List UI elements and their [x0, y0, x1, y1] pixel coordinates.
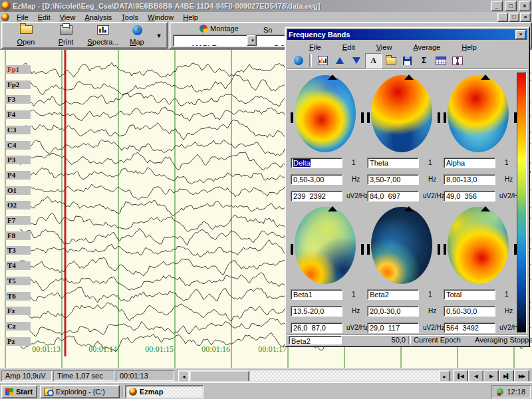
- map-button[interactable]: Map: [122, 24, 152, 47]
- tray-app-icon[interactable]: [497, 388, 503, 395]
- nose-marker: [404, 206, 414, 211]
- band-power-field[interactable]: 29,0 117: [367, 323, 419, 333]
- toolbar-separator: [309, 54, 312, 67]
- band-power-field[interactable]: 239 2392: [291, 191, 342, 201]
- band-range-field[interactable]: 20,0-30,0: [367, 306, 419, 317]
- open-button[interactable]: Open: [6, 24, 46, 47]
- window-title: EzMap - [D:\Nicolet\Eeg_Csa\DATA\9E6BB6B…: [13, 2, 489, 10]
- spectra-icon: [97, 25, 109, 35]
- menu-help[interactable]: Help: [178, 13, 203, 22]
- dialog-menu-average[interactable]: Average: [408, 43, 445, 52]
- channel-label-t4[interactable]: T4: [5, 261, 31, 270]
- band-range-field[interactable]: 8,00-13,0: [444, 174, 495, 185]
- dialog-menu-file[interactable]: File: [305, 43, 326, 52]
- close-button[interactable]: ×: [519, 1, 531, 11]
- print-button[interactable]: Print: [46, 24, 86, 47]
- menu-view[interactable]: View: [55, 13, 80, 22]
- next-page-button[interactable]: ▶: [483, 370, 499, 383]
- mdi-restore-button[interactable]: □: [509, 13, 519, 22]
- map-dropdown-button[interactable]: ▾: [154, 24, 164, 47]
- restore-button[interactable]: □: [505, 1, 517, 11]
- hz-label: Hz: [428, 176, 436, 183]
- prev-page-button[interactable]: ◀: [468, 370, 483, 383]
- channel-label-fz[interactable]: Fz: [5, 307, 31, 315]
- band-range-field[interactable]: 13,5-20,0: [291, 306, 342, 317]
- current-band-field[interactable]: Beta2: [289, 336, 342, 344]
- averaging-status-label: Averaging Stopped: [475, 336, 532, 344]
- mdi-close-button[interactable]: ×: [520, 13, 531, 22]
- band-name-field[interactable]: Beta2: [367, 289, 419, 300]
- spectra-button[interactable]: Spectra...: [83, 24, 123, 47]
- menu-analysis[interactable]: Analysis: [80, 13, 116, 22]
- first-page-button[interactable]: ▌◀: [453, 370, 468, 383]
- channel-label-t5[interactable]: T5: [5, 277, 31, 285]
- band-histogram-button[interactable]: [315, 54, 331, 68]
- map-view-button[interactable]: [291, 54, 306, 68]
- ear-marker: [361, 112, 364, 123]
- montage-combobox[interactable]: MAPLE ▼: [173, 35, 259, 47]
- band-column-theta: Theta1 3,50-7,00Hz 84,0 697uV2/Hz: [366, 71, 442, 204]
- menu-tools[interactable]: Tools: [116, 13, 143, 22]
- task-exploring[interactable]: Exploring - (C:): [40, 385, 120, 398]
- start-button[interactable]: Start: [1, 385, 37, 398]
- channel-label-p4[interactable]: P4: [5, 171, 31, 180]
- dialog-menu-help[interactable]: Help: [457, 43, 481, 52]
- last-page-button[interactable]: ▶▌: [499, 370, 514, 383]
- band-power-field[interactable]: 49,0 356: [444, 191, 495, 201]
- mdi-minimize-button[interactable]: _: [497, 13, 508, 22]
- power-unit-label: uV2/Hz: [346, 324, 368, 331]
- channel-label-o1[interactable]: O1: [5, 186, 31, 195]
- channel-label-f3[interactable]: F3: [5, 95, 31, 104]
- menu-edit[interactable]: Edit: [33, 13, 55, 22]
- channel-label-c4[interactable]: C4: [5, 141, 31, 150]
- channel-label-p3[interactable]: P3: [5, 156, 31, 164]
- dialog-save-button[interactable]: [400, 54, 415, 68]
- topomap-beta1: [295, 207, 356, 284]
- scroll-right-button[interactable]: ►: [439, 370, 450, 382]
- open-folder-icon: [386, 57, 396, 65]
- band-power-field[interactable]: 564 3492: [444, 323, 495, 333]
- channel-label-fp1[interactable]: Fp1: [5, 65, 31, 74]
- scrollbar-thumb[interactable]: [190, 370, 249, 382]
- band-range-field[interactable]: 0,50-3,00: [291, 174, 342, 185]
- channel-label-fp2[interactable]: Fp2: [5, 80, 31, 89]
- channel-label-t6[interactable]: T6: [5, 292, 31, 301]
- taskbar-clock: 12:18: [507, 388, 525, 396]
- sum-button[interactable]: Σ: [416, 54, 432, 68]
- taskbar-divider: [122, 386, 124, 398]
- channel-label-o2[interactable]: O2: [5, 201, 31, 209]
- menu-window[interactable]: Window: [143, 13, 178, 22]
- mdi-document-icon[interactable]: [1, 13, 9, 21]
- nose-marker: [481, 74, 490, 80]
- minimize-button[interactable]: _: [491, 1, 503, 11]
- channel-label-f7[interactable]: F7: [5, 216, 31, 225]
- menu-file[interactable]: File: [12, 13, 33, 22]
- band-range-field[interactable]: 0,50-30,0: [444, 306, 495, 317]
- dialog-open-button[interactable]: [383, 54, 398, 68]
- band-power-field[interactable]: 26,0 87,0: [291, 323, 342, 333]
- band-name-field[interactable]: Alpha: [444, 158, 495, 168]
- labels-toggle-button[interactable]: A: [365, 53, 382, 68]
- dialog-close-button[interactable]: ×: [515, 30, 526, 39]
- table-button[interactable]: [433, 54, 448, 68]
- band-name-field[interactable]: Beta1: [291, 289, 342, 300]
- band-name-field[interactable]: Delta: [291, 158, 342, 168]
- channel-label-cz[interactable]: Cz: [5, 322, 31, 331]
- letter-a-icon: A: [370, 57, 376, 65]
- band-range-field[interactable]: 3,50-7,00: [367, 174, 419, 185]
- dialog-menu-edit[interactable]: Edit: [338, 43, 360, 52]
- channel-label-c3[interactable]: C3: [5, 126, 31, 134]
- channel-label-f8[interactable]: F8: [5, 231, 31, 240]
- band-power-field[interactable]: 84,0 697: [367, 191, 419, 201]
- band-name-field[interactable]: Total: [444, 289, 495, 300]
- scale-up-button[interactable]: [332, 54, 347, 68]
- channel-label-t3[interactable]: T3: [5, 246, 31, 255]
- band-name-field[interactable]: Theta: [367, 158, 419, 168]
- task-ezmap[interactable]: Ezmap: [125, 385, 203, 398]
- scale-down-button[interactable]: [348, 54, 364, 68]
- plot-button[interactable]: [450, 54, 465, 68]
- dialog-menu-view[interactable]: View: [372, 43, 397, 52]
- channel-label-f4[interactable]: F4: [5, 110, 31, 119]
- goto-end-button[interactable]: ▶▶: [514, 370, 529, 383]
- nose-marker: [404, 74, 414, 80]
